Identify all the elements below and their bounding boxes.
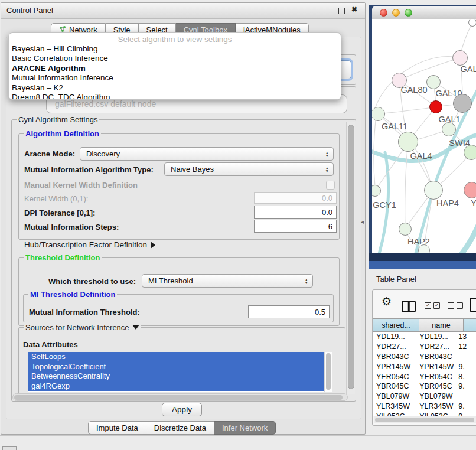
network-node-gal1[interactable] bbox=[429, 100, 442, 113]
select-all-checkboxes-icon[interactable]: ✓ ✓ bbox=[425, 302, 440, 309]
attribute-item[interactable]: BetweennessCentrality bbox=[28, 371, 324, 381]
aracne-mode-combo[interactable]: Discovery ▲▼ bbox=[80, 147, 334, 161]
aracne-mode-label: Aracne Mode: bbox=[24, 149, 75, 158]
network-node[interactable] bbox=[464, 145, 476, 160]
table-row[interactable]: YBL079WYBL079W bbox=[373, 392, 476, 402]
node-label: GAL80 bbox=[400, 85, 427, 94]
mi-type-label: Mutual Information Algorithm Type: bbox=[24, 165, 154, 174]
pane-splitter-arrow[interactable]: ◂ bbox=[361, 219, 364, 225]
sources-title: Sources for Network Inference bbox=[25, 323, 129, 332]
algorithm-definition-title: Algorithm Definition bbox=[24, 129, 101, 138]
network-window-titlebar[interactable] bbox=[372, 6, 476, 20]
combo-arrows-icon: ▲▼ bbox=[325, 151, 329, 157]
table-row[interactable]: YIL052CYIL052C9 bbox=[373, 411, 476, 416]
table-cell: 9. bbox=[454, 382, 476, 390]
column-header[interactable] bbox=[464, 318, 476, 332]
table-cell: YDR27... bbox=[373, 343, 414, 351]
corner-grip[interactable] bbox=[2, 446, 17, 450]
column-header[interactable]: name bbox=[419, 318, 464, 332]
network-node-gal4[interactable] bbox=[398, 132, 418, 152]
algorithm-option[interactable]: Mutual Information Inference bbox=[9, 73, 341, 83]
network-node[interactable] bbox=[418, 244, 430, 253]
table-cell: YBL079W bbox=[373, 392, 414, 400]
network-canvas[interactable]: GALGAL80GAL10GAL1GAL11GAL4SWI4GCY1HAP4YH… bbox=[372, 19, 476, 253]
algorithm-option[interactable]: ARACNE Algorithm bbox=[9, 64, 341, 73]
page-divider bbox=[0, 435, 476, 436]
table-panel-title: Table Panel bbox=[376, 275, 416, 283]
algorithm-option[interactable]: Bayesian – K2 bbox=[9, 83, 341, 93]
kernel-width-field[interactable]: 0.0 bbox=[254, 192, 337, 204]
tab-discretize-data[interactable]: Discretize Data bbox=[146, 421, 214, 435]
table-cell: YLR345W bbox=[414, 402, 454, 410]
hub-definition-toggle[interactable]: Hub/Transcription Factor Definition bbox=[24, 240, 155, 249]
table-row[interactable]: YBR045CYBR045C9. bbox=[373, 381, 476, 392]
table-row[interactable]: YBR043CYBR043C bbox=[373, 352, 476, 362]
table-cell: YBR043C bbox=[414, 353, 454, 361]
which-threshold-combo[interactable]: MI Threshold ▲▼ bbox=[142, 274, 313, 288]
mi-steps-label: Mutual Information Steps: bbox=[24, 223, 119, 231]
network-node[interactable] bbox=[468, 19, 476, 27]
close-icon[interactable]: ✖ bbox=[351, 5, 357, 14]
window-bottom-frame bbox=[369, 261, 476, 269]
attribute-item[interactable]: TopologicalCoefficient bbox=[28, 362, 324, 372]
table-cell: 8. bbox=[454, 373, 476, 381]
table-cell: 9. bbox=[454, 363, 476, 371]
table-row[interactable]: YDR27...YDR27...12 bbox=[373, 342, 476, 352]
data-table-combo-value: galFiltered.csv default node bbox=[55, 99, 156, 109]
minimize-traffic-light-icon[interactable] bbox=[392, 9, 400, 17]
mi-steps-field[interactable]: 6 bbox=[254, 220, 337, 233]
table-cell: YPR145W bbox=[414, 363, 454, 371]
attributes-scrollbar[interactable] bbox=[324, 352, 332, 392]
attribute-item[interactable]: gal4RGexp bbox=[28, 381, 324, 392]
algorithm-option[interactable]: Basic Correlation Inference bbox=[9, 54, 341, 63]
dpi-tolerance-field[interactable]: 0.0 bbox=[254, 206, 337, 219]
kernel-width-value: 0.0 bbox=[322, 194, 332, 203]
table-row[interactable]: YER054CYER054C8. bbox=[373, 371, 476, 381]
settings-vertical-scrollbar[interactable] bbox=[346, 122, 355, 394]
mi-type-combo[interactable]: Naive Bayes ▲▼ bbox=[164, 162, 334, 176]
network-node[interactable] bbox=[453, 94, 472, 113]
attribute-item[interactable]: SelfLoops bbox=[28, 352, 324, 362]
column-header[interactable]: shared... bbox=[373, 318, 419, 332]
data-attributes-list[interactable]: SelfLoopsTopologicalCoefficientBetweenne… bbox=[28, 352, 324, 392]
dpi-tolerance-value: 0.0 bbox=[322, 208, 332, 217]
table-cell: YBR045C bbox=[373, 382, 414, 390]
table-row[interactable]: YDL19...YDL19...13 bbox=[373, 332, 476, 342]
columns-icon[interactable] bbox=[402, 301, 416, 312]
algorithm-option[interactable]: Dream8 DC_TDC Algorithm bbox=[9, 93, 341, 100]
node-label: HAP4 bbox=[436, 198, 459, 208]
network-node-y[interactable] bbox=[464, 182, 476, 198]
gear-icon[interactable]: ⚙ bbox=[382, 295, 392, 308]
mi-threshold-field[interactable]: 0.5 bbox=[248, 305, 330, 318]
table-panel: ⚙ ✓ ✓ shared...name YDL19...YDL19...13YD… bbox=[372, 289, 476, 426]
table-body[interactable]: YDL19...YDL19...13YDR27...YDR27...12YBR0… bbox=[373, 332, 476, 416]
table-row[interactable]: YLR345WYLR345W9. bbox=[373, 402, 476, 412]
aracne-mode-value: Discovery bbox=[86, 149, 120, 158]
float-window-icon[interactable] bbox=[338, 8, 345, 14]
table-cell: 13 bbox=[454, 332, 476, 341]
network-node-hap4[interactable] bbox=[424, 181, 443, 200]
network-node-swi4[interactable] bbox=[442, 122, 456, 136]
table-cell: YDL19... bbox=[373, 332, 414, 341]
tab-infer-network[interactable]: Infer Network bbox=[214, 421, 276, 435]
manual-kernel-checkbox[interactable] bbox=[326, 181, 335, 190]
zoom-traffic-light-icon[interactable] bbox=[405, 9, 412, 17]
network-node-hap2[interactable] bbox=[399, 223, 412, 236]
network-node-gal10[interactable] bbox=[426, 75, 441, 89]
sources-toggle[interactable]: Sources for Network Inference bbox=[24, 323, 141, 332]
algorithm-option[interactable]: Bayesian – Hill Climbing bbox=[9, 44, 341, 54]
tab-impute-data[interactable]: Impute Data bbox=[88, 421, 146, 435]
clear-all-checkboxes-icon[interactable] bbox=[448, 302, 463, 309]
node-label: GAL11 bbox=[382, 122, 407, 131]
table-row[interactable]: YPR145WYPR145W9. bbox=[373, 361, 476, 371]
close-traffic-light-icon[interactable] bbox=[380, 9, 387, 17]
table-cell: YBR043C bbox=[373, 353, 414, 361]
network-node-gal[interactable] bbox=[452, 50, 468, 66]
mi-steps-value: 6 bbox=[328, 222, 332, 231]
document-icon[interactable] bbox=[470, 298, 476, 312]
table-horizontal-scrollbar[interactable] bbox=[374, 416, 476, 423]
settings-horizontal-scrollbar[interactable] bbox=[12, 393, 348, 401]
node-label: GCY1 bbox=[373, 200, 396, 210]
apply-button[interactable]: Apply bbox=[162, 403, 202, 416]
cyni-mode-tabbar: Impute DataDiscretize DataInfer Network bbox=[88, 421, 276, 435]
